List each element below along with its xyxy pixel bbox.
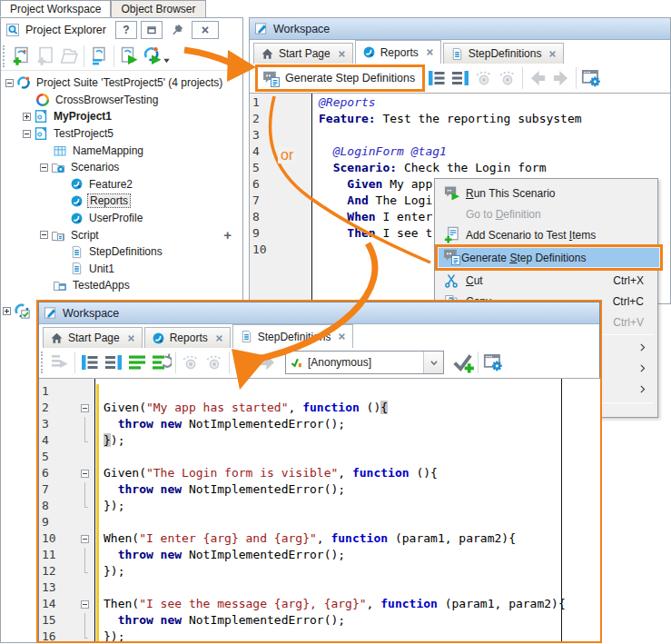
tree-item-label: Script — [69, 229, 101, 242]
tab-close-icon[interactable] — [215, 334, 223, 342]
tab-close-icon[interactable] — [338, 50, 346, 58]
menu-item-go-to-definition[interactable]: Go to Definition — [436, 203, 656, 224]
menu-item-generate-step-definitions[interactable]: Generate Step Definitions — [435, 244, 663, 271]
tree-item-testedapps[interactable]: TestedApps — [1, 277, 242, 294]
back-button[interactable] — [526, 66, 549, 90]
bottom-tab-stepdefinitions[interactable]: StepDefinitions — [232, 324, 354, 348]
home-icon — [261, 47, 274, 61]
dropdown-chevron[interactable] — [423, 352, 443, 373]
line-number: 2 — [39, 401, 94, 417]
help-button[interactable]: ? — [115, 21, 137, 39]
routine-dropdown-value: [Anonymous] — [308, 356, 371, 369]
testcomplete-window: Project Workspace Object Browser Project… — [0, 0, 671, 644]
show-all-button[interactable] — [202, 351, 226, 374]
tab-close-icon[interactable] — [127, 334, 135, 342]
indent-left-button[interactable] — [78, 351, 102, 374]
editor-options-button[interactable] — [579, 66, 603, 90]
expand-icon[interactable] — [40, 231, 48, 239]
run-routine-button[interactable] — [48, 351, 72, 374]
tree-item-scenarios[interactable]: Scenarios — [1, 159, 242, 176]
tree-item-partial[interactable] — [3, 302, 30, 319]
tree-feature-icon — [70, 177, 84, 191]
code-line: }); — [104, 499, 600, 515]
tab-project-workspace[interactable]: Project Workspace — [0, 0, 111, 17]
format-undo-button[interactable] — [149, 351, 173, 374]
run-dropdown-caret[interactable] — [163, 54, 171, 67]
tree-item-namemapping[interactable]: NameMapping — [1, 142, 242, 159]
toolbar-grip[interactable] — [41, 352, 45, 373]
show-hidden-button[interactable] — [472, 66, 496, 90]
generate-step-definitions-icon — [261, 69, 281, 88]
workspace-window-bottom: Workspace Start PageReportsStepDefinitio… — [36, 300, 602, 643]
organize-project-button[interactable] — [87, 45, 111, 68]
expand-icon[interactable] — [5, 79, 14, 87]
indent-left-button[interactable] — [425, 66, 449, 90]
run-project-button[interactable] — [117, 45, 141, 68]
tree-item-userprofile[interactable]: UserProfile — [1, 210, 242, 227]
tab-close-icon[interactable] — [548, 50, 557, 58]
indent-right-button[interactable] — [449, 66, 472, 90]
tree-item-label: Reports — [87, 193, 131, 208]
tab-object-browser[interactable]: Object Browser — [111, 0, 205, 17]
tree-item-label: Scenarios — [69, 161, 121, 173]
menu-item-label: Generate Step Definitions — [461, 252, 586, 264]
expand-icon[interactable] — [40, 163, 48, 172]
tree-item-script[interactable]: Script+ — [1, 226, 242, 243]
add-check-button[interactable] — [451, 351, 475, 374]
tab-close-icon[interactable] — [426, 48, 434, 56]
add-project-button[interactable] — [10, 45, 34, 68]
line-number-gutter: 12345678910111213141516 — [39, 379, 95, 641]
top-tab-stepdefinitions[interactable]: StepDefinitions — [443, 43, 565, 64]
tree-item-project-suite-testproject5-4-projects-[interactable]: Project Suite 'TestProject5' (4 projects… — [1, 74, 242, 92]
top-tab-start-page[interactable]: Start Page — [253, 43, 353, 64]
toolbar-separator — [522, 67, 523, 89]
menu-item-run-this-scenario[interactable]: Run This Scenario — [436, 183, 656, 203]
tree-item-label: StepDefinitions — [87, 245, 164, 258]
show-hidden-button[interactable] — [179, 351, 202, 374]
tab-label: StepDefinitions — [469, 47, 542, 60]
script-editor[interactable]: 12345678910111213141516 Given("My app ha… — [39, 378, 600, 641]
project-explorer-title: Project Explorer — [25, 24, 106, 36]
forward-button[interactable] — [256, 351, 280, 374]
tree-item-stepdefinitions[interactable]: StepDefinitions — [1, 243, 242, 261]
routine-dropdown[interactable]: [Anonymous] — [285, 351, 444, 374]
line-number: 11 — [39, 548, 94, 564]
project-explorer-header: Project Explorer ? — [1, 18, 242, 41]
menu-run-scenario-icon — [443, 184, 460, 202]
line-number: 10 — [39, 531, 94, 548]
run-project-suite-button[interactable] — [141, 45, 164, 68]
editor-options-button[interactable] — [481, 351, 505, 374]
indent-right-button[interactable] — [102, 351, 125, 374]
menu-add-test-item-icon — [443, 226, 460, 243]
tree-item-myproject1[interactable]: MyProject1 — [1, 108, 242, 125]
tree-item-unit1[interactable]: Unit1 — [1, 261, 242, 278]
tree-item-testproject5[interactable]: TestProject5 — [1, 125, 242, 143]
open-file-button[interactable] — [57, 45, 81, 68]
expand-icon[interactable] — [23, 130, 31, 138]
bottom-tab-start-page[interactable]: Start Page — [43, 327, 143, 348]
menu-item-add-scenario-to-test-items[interactable]: Add Scenario to Test Items — [436, 224, 656, 245]
forward-button[interactable] — [549, 66, 573, 90]
tab-close-icon[interactable] — [338, 332, 346, 341]
script-icon — [450, 47, 464, 61]
add-file-button[interactable] — [34, 45, 57, 68]
expand-icon[interactable] — [3, 307, 11, 315]
tree-item-reports[interactable]: Reports — [1, 193, 242, 210]
show-all-button[interactable] — [496, 66, 519, 90]
tree-item-feature2[interactable]: Feature2 — [1, 176, 242, 193]
menu-item-cut[interactable]: CutCtrl+X — [436, 270, 656, 291]
pin-button[interactable] — [166, 21, 188, 39]
tree-item-crossbrowsertesting[interactable]: CrossBrowserTesting — [1, 92, 242, 109]
generate-step-definitions-button[interactable]: Generate Step Definitions — [255, 64, 425, 92]
top-tab-reports[interactable]: Reports — [355, 40, 441, 64]
bottom-tab-reports[interactable]: Reports — [144, 327, 231, 348]
auto-hide-button[interactable] — [141, 21, 163, 39]
code-line: Given("The Login form is visible", funct… — [104, 466, 600, 482]
add-item-plus[interactable]: + — [223, 227, 232, 243]
close-button[interactable] — [192, 21, 219, 39]
back-button[interactable] — [232, 351, 256, 374]
expand-icon[interactable] — [23, 113, 31, 121]
format-code-button[interactable] — [125, 351, 149, 374]
toolbar-grip[interactable] — [3, 45, 7, 67]
code-line: Then("I see the message {arg}, {arg}", f… — [104, 597, 600, 613]
